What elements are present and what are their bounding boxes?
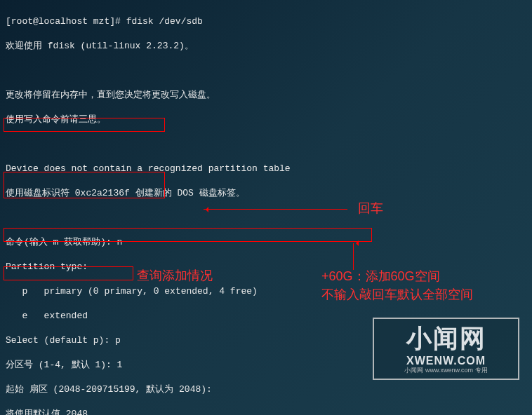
watermark: 小闻网 XWENW.COM 小闻网 www.xwenw.com 专用 [373,318,519,380]
annotation-query: 查询添加情况 [137,267,213,284]
start-sector-line: 起始 扇区 (2048-209715199, 默认为 2048): [6,383,526,396]
prompt-line: [root@localhost mzt]# fdisk /dev/sdb [6,15,526,28]
use-default-line: 将使用默认值 2048 [6,408,526,416]
watermark-cn: 小闻网 [374,322,518,356]
notice-line-1: 更改将停留在内存中，直到您决定将更改写入磁盘。 [6,89,526,102]
redbox-cmd-n [4,118,165,132]
blank [6,138,526,151]
watermark-sub: 小闻网 www.xwenw.com 专用 [374,366,518,375]
annotation-size-1: +60G：添加60G空间 [321,268,440,285]
blank [6,212,526,224]
welcome-line: 欢迎使用 fdisk (util-linux 2.23.2)。 [6,40,526,53]
blank [6,64,526,77]
annotation-enter: 回车 [358,200,383,217]
redbox-cmd-p [4,266,133,280]
arrow-enter [204,209,347,210]
redbox-last-sector [4,228,372,242]
arrow-size [353,243,354,270]
redbox-select-p [4,172,165,198]
annotation-size-2: 不输入敲回车默认全部空间 [321,286,473,303]
